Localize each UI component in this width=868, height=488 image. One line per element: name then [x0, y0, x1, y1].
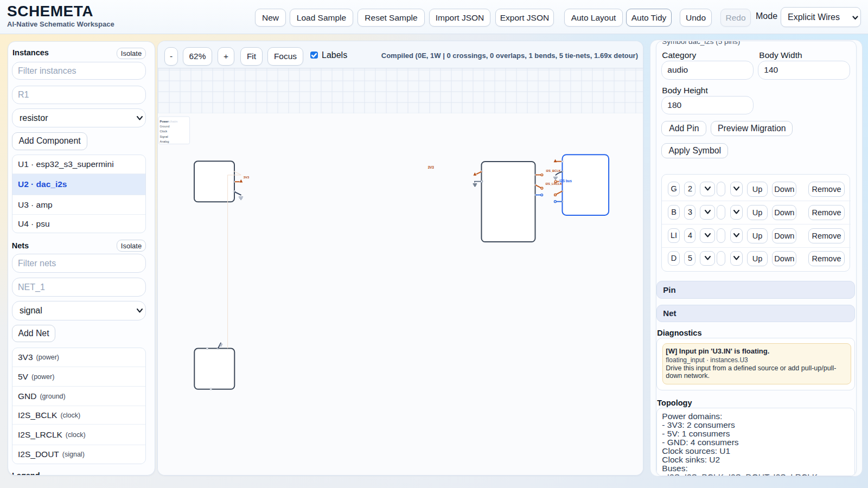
- svg-text:I2S_LRCLK: I2S_LRCLK: [546, 182, 562, 185]
- svg-text:3V3: 3V3: [427, 165, 434, 169]
- svg-text:Power: Power: [160, 120, 169, 123]
- svg-text:Signal: Signal: [160, 135, 168, 138]
- svg-text:Analog: Analog: [160, 140, 169, 143]
- svg-text:Ground: Ground: [160, 125, 170, 128]
- svg-text:3V3: 3V3: [244, 176, 250, 179]
- svg-text:I2S_BCLK: I2S_BCLK: [546, 169, 561, 172]
- svg-text:chain: chain: [169, 119, 177, 123]
- svg-text:Clock: Clock: [160, 130, 168, 133]
